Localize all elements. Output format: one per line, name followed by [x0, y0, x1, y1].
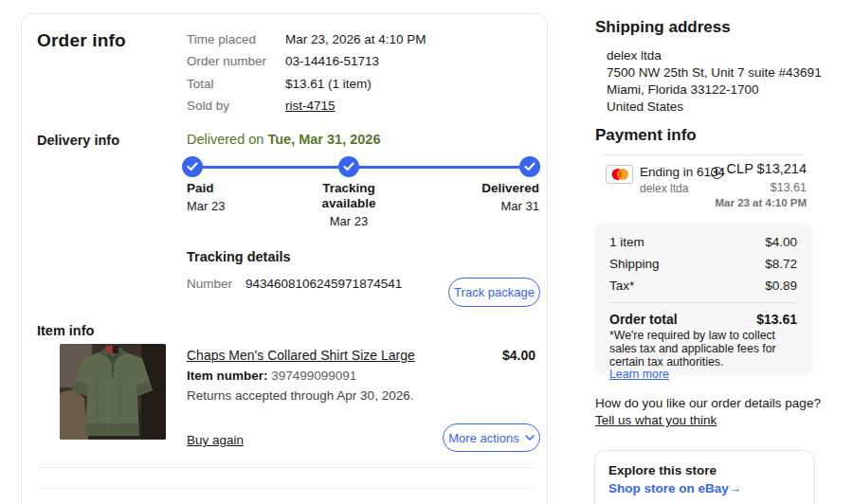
summary-shipping-label: Shipping: [609, 257, 660, 271]
explore-store-title: Explore this store: [608, 463, 717, 477]
payment-timestamp: Mar 23 at 4:10 PM: [715, 197, 807, 208]
time-placed-label: Time placed: [187, 32, 256, 46]
shirt-photo-illustration: [60, 344, 166, 440]
shop-store-link[interactable]: Shop store on eBay→: [608, 481, 741, 495]
delivery-status-prefix: Delivered on: [187, 132, 263, 147]
tracker-step-paid: Paid Mar 23: [187, 181, 291, 214]
item-info-title: Item info: [37, 323, 94, 338]
card-divider-1: [37, 467, 534, 468]
step-delivered-date: Mar 31: [435, 199, 539, 214]
step-tracking-label: Tracking available: [309, 181, 389, 211]
step-paid-date: Mar 23: [187, 199, 291, 214]
buy-again-link[interactable]: Buy again: [187, 433, 244, 447]
time-placed-value: Mar 23, 2026 at 4:10 PM: [285, 32, 426, 46]
order-card: Order info Time placed Mar 23, 2026 at 4…: [21, 13, 548, 504]
payment-divider: [604, 154, 805, 155]
summary-row-total: Order total $13.61: [609, 312, 797, 327]
item-thumbnail[interactable]: [60, 344, 166, 440]
summary-divider: [609, 302, 797, 303]
seller-link[interactable]: rist-4715: [285, 99, 336, 113]
summary-row-shipping: Shipping $8.72: [609, 257, 797, 271]
sold-by-label: Sold by: [187, 99, 229, 113]
track-package-label: Track package: [454, 285, 535, 299]
summary-tax-value: $0.89: [765, 279, 797, 293]
tracker-step-delivered: Delivered Mar 31: [435, 181, 539, 214]
tracker-progress-line: [191, 166, 529, 169]
address-city: Miami, Florida 33122-1700: [607, 81, 759, 99]
mastercard-icon: [606, 165, 633, 184]
order-number-label: Order number: [187, 54, 266, 68]
step-tracking-date: Mar 23: [301, 214, 396, 229]
paid-check-icon: [182, 156, 203, 177]
tracking-check-icon: [338, 156, 359, 177]
more-actions-button[interactable]: More actions: [443, 423, 540, 452]
summary-items-label: 1 item: [609, 235, 644, 249]
total-value: $13.61 (1 item): [285, 77, 372, 91]
step-paid-label: Paid: [187, 181, 291, 196]
step-delivered-label: Delivered: [435, 181, 539, 196]
summary-items-value: $4.00: [765, 235, 797, 249]
order-info-title: Order info: [37, 30, 126, 51]
delivery-status-date: Tue, Mar 31, 2026: [267, 132, 380, 147]
summary-row-items: 1 item $4.00: [609, 235, 797, 249]
learn-more-link[interactable]: Learn more: [609, 368, 669, 381]
item-number-label: Item number:: [187, 369, 268, 383]
order-number-value: 03-14416-51713: [285, 54, 379, 68]
item-price: $4.00: [502, 348, 535, 363]
explore-store-box: Explore this store Shop store on eBay→: [594, 450, 815, 504]
tax-disclaimer: *We're required by law to collect sales …: [609, 330, 799, 382]
card-divider-2: [37, 488, 534, 489]
total-label: Total: [187, 77, 214, 91]
summary-shipping-value: $8.72: [765, 257, 797, 271]
usd-amount: $13.61: [771, 181, 807, 194]
order-summary-box: 1 item $4.00 Shipping $8.72 Tax* $0.89 O…: [594, 223, 812, 376]
delivery-status: Delivered on Tue, Mar 31, 2026: [187, 132, 380, 147]
card-holder: delex ltda: [640, 182, 688, 195]
currency-info-icon[interactable]: i: [711, 167, 723, 179]
order-total-value: $13.61: [756, 312, 797, 327]
tracking-number-label: Number: [187, 277, 232, 291]
delivery-info-title: Delivery info: [37, 133, 119, 148]
tracking-number-value: 9434608106245971874541: [245, 277, 402, 291]
foreign-amount-row: iCLP $13,214: [711, 161, 807, 179]
tax-disclaimer-text: *We're required by law to collect sales …: [609, 329, 776, 369]
tracking-details-title: Tracking details: [187, 249, 291, 264]
feedback-question: How do you like our order details page?: [595, 396, 821, 410]
returns-info: Returns accepted through Apr 30, 2026.: [187, 388, 413, 403]
payment-info-title: Payment info: [595, 126, 697, 145]
shipping-address-title: Shipping address: [595, 18, 731, 37]
address-street: 7500 NW 25th St, Unit 7 suite #43691: [607, 64, 822, 82]
item-number-row: Item number: 397499099091: [187, 369, 356, 383]
chevron-down-icon: [525, 435, 535, 441]
order-total-label: Order total: [609, 312, 678, 327]
item-title-link[interactable]: Chaps Men's Collared Shirt Size Large: [187, 348, 415, 363]
feedback-link[interactable]: Tell us what you think: [595, 413, 717, 427]
track-package-button[interactable]: Track package: [448, 278, 540, 307]
address-country: United States: [607, 99, 683, 117]
delivered-check-icon: [519, 156, 540, 177]
order-details-page: Order info Time placed Mar 23, 2026 at 4…: [0, 0, 853, 504]
item-number-value: 397499099091: [271, 369, 356, 383]
summary-tax-label: Tax*: [609, 279, 634, 293]
more-actions-label: More actions: [448, 431, 518, 445]
address-name: delex ltda: [607, 47, 662, 65]
foreign-amount: CLP $13,214: [727, 161, 807, 176]
tracker-step-tracking: Tracking available Mar 23: [301, 181, 396, 229]
summary-row-tax: Tax* $0.89: [609, 279, 797, 293]
